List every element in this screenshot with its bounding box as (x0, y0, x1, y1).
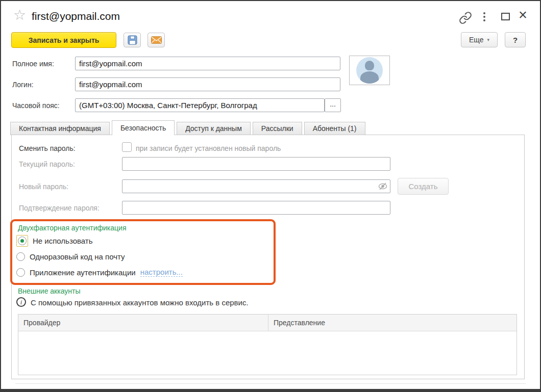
external-accounts-heading: Внешние аккаунты (18, 287, 81, 295)
current-password-input[interactable] (122, 157, 390, 171)
close-icon[interactable]: × (519, 8, 527, 22)
timezone-label: Часовой пояс: (12, 101, 60, 110)
more-button[interactable]: Еще▾ (461, 32, 498, 47)
avatar[interactable] (349, 56, 390, 85)
two-factor-option-email-code[interactable]: Одноразовый код на почту (16, 250, 125, 263)
new-password-label: Новый пароль: (19, 182, 68, 191)
radio-selected-icon[interactable] (18, 237, 27, 245)
info-icon: i (16, 297, 26, 307)
link-icon[interactable] (459, 11, 472, 24)
two-factor-option-auth-app[interactable]: Приложение аутентификации настроить... (16, 266, 183, 278)
login-label: Логин: (12, 81, 34, 89)
avatar-silhouette (356, 57, 383, 84)
radio-label: Одноразовый код на почту (30, 252, 125, 261)
tab-subscribers[interactable]: Абоненты (1) (304, 122, 365, 135)
chevron-down-icon: ▾ (487, 37, 489, 42)
email-icon (151, 36, 162, 44)
eye-slash-icon[interactable] (378, 182, 388, 191)
radio-icon[interactable] (16, 252, 25, 261)
providers-table-body[interactable] (18, 331, 517, 375)
login-input[interactable] (75, 77, 340, 91)
tab-data-access[interactable]: Доступ к данным (177, 122, 251, 135)
radio-icon[interactable] (16, 268, 25, 277)
favorite-star-icon[interactable]: ☆ (13, 8, 26, 22)
kebab-menu-icon[interactable] (483, 12, 485, 21)
window-title: first@yopmail.com (32, 10, 120, 22)
confirm-password-input[interactable] (122, 201, 390, 215)
more-button-label: Еще (469, 36, 484, 44)
radio-label: Не использовать (33, 237, 92, 245)
help-button[interactable]: ? (505, 32, 526, 47)
tab-contact-info[interactable]: Контактная информация (10, 122, 110, 135)
external-accounts-info: С помощью привязанных аккаунтов можно вх… (31, 298, 249, 307)
timezone-picker-button[interactable]: ... (325, 98, 341, 112)
change-password-hint: при записи будет установлен новый пароль (136, 144, 281, 152)
new-password-input[interactable] (122, 179, 390, 193)
change-password-checkbox[interactable] (122, 142, 132, 152)
full-name-input[interactable] (75, 57, 340, 70)
two-factor-option-none[interactable]: Не использовать (16, 234, 92, 247)
providers-table-header: Провайдер Представление (18, 315, 517, 331)
configure-link[interactable]: настроить... (140, 268, 183, 277)
column-header-provider[interactable]: Провайдер (18, 315, 268, 331)
tab-mailings[interactable]: Рассылки (253, 122, 302, 135)
confirm-password-label: Подтверждение пароля: (19, 204, 100, 212)
send-email-button[interactable] (147, 33, 165, 47)
tab-bar: Контактная информация Безопасность Досту… (10, 120, 367, 135)
providers-table: Провайдер Представление (18, 314, 517, 375)
radio-label: Приложение аутентификации (30, 268, 136, 277)
save-button[interactable] (124, 33, 141, 47)
user-card-window: ☆ first@yopmail.com × Записать и закрыть… (0, 0, 541, 392)
timezone-input[interactable] (75, 98, 325, 112)
save-and-close-button[interactable]: Записать и закрыть (11, 32, 116, 48)
change-password-label: Сменить пароль: (19, 144, 76, 152)
current-password-label: Текущий пароль: (19, 160, 75, 168)
save-icon (128, 35, 137, 45)
column-header-view[interactable]: Представление (268, 315, 517, 331)
generate-password-button[interactable]: Создать (398, 178, 449, 195)
full-name-label: Полное имя: (12, 60, 54, 68)
bottom-divider (15, 383, 526, 384)
maximize-icon[interactable] (501, 13, 510, 20)
tab-security[interactable]: Безопасность (112, 120, 175, 135)
radio-focus-frame (16, 235, 28, 247)
two-factor-heading: Двухфакторная аутентификация (18, 224, 126, 232)
